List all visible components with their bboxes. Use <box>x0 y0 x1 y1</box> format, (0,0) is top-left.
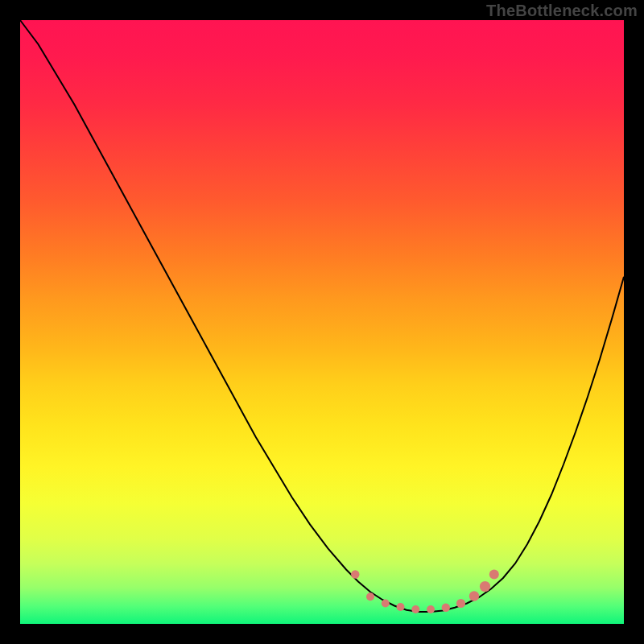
marker-point <box>366 592 374 601</box>
chart-container: TheBottleneck.com <box>0 0 644 644</box>
watermark-label: TheBottleneck.com <box>486 2 638 20</box>
marker-point <box>351 570 359 578</box>
marker-point <box>411 605 419 613</box>
bottleneck-chart <box>0 0 644 644</box>
marker-point <box>382 600 390 608</box>
marker-point <box>397 603 405 611</box>
marker-point <box>442 604 450 612</box>
marker-point <box>489 570 499 580</box>
marker-point <box>480 581 490 592</box>
marker-point <box>469 591 479 601</box>
marker-point <box>427 605 435 613</box>
marker-point <box>456 599 465 608</box>
